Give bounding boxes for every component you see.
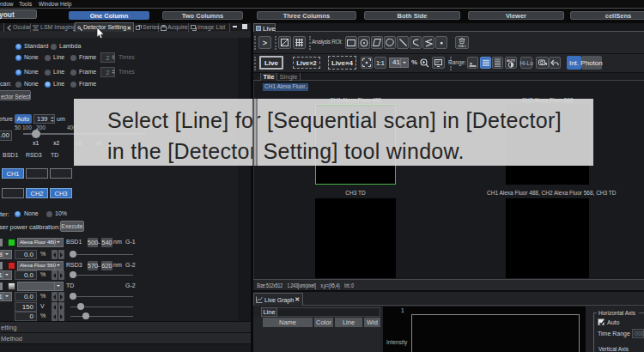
svg-text:AUTO: AUTO <box>507 58 515 63</box>
svg-text:WALL: WALL <box>459 45 466 48</box>
